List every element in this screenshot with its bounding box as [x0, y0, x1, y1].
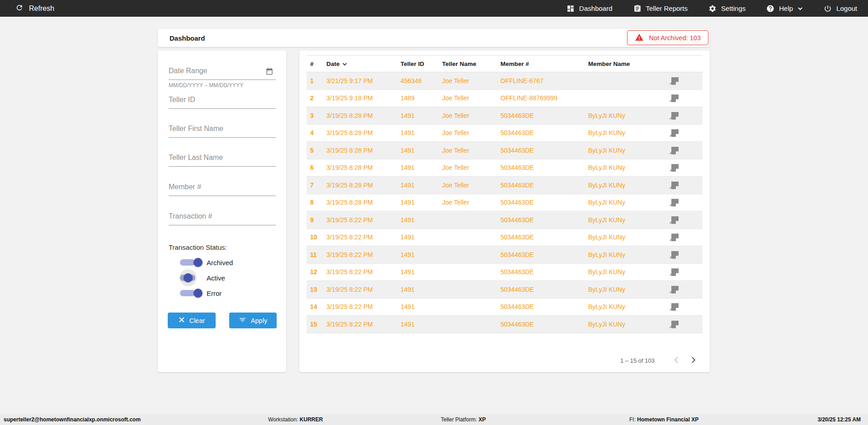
member-number-input[interactable] — [169, 183, 276, 196]
fi-info: FI: Hometown Financial XP — [629, 414, 698, 425]
row-date: 3/19/25 8:28 PM — [326, 182, 401, 189]
table-row[interactable]: 11 3/19/25 8:22 PM 1491 5034463DE ByLyJI… — [307, 246, 703, 264]
power-icon — [824, 5, 832, 13]
row-member-number: OFFLINE-88769999 — [500, 94, 588, 102]
toggle-track — [180, 290, 195, 296]
row-teller-name: Joe Teller — [442, 164, 500, 171]
row-date: 3/19/25 8:28 PM — [326, 164, 401, 171]
table-header-row: # Date Teller ID Teller Name Member # Me… — [307, 55, 703, 72]
platform-info: Teller Platform: XP — [441, 414, 486, 425]
status-toggle[interactable] — [180, 288, 203, 299]
row-member-name: ByLyJI KUNy — [588, 251, 669, 258]
table-row[interactable]: 9 3/19/25 8:22 PM 1491 5034463DE ByLyJI … — [307, 211, 703, 229]
row-number: 6 — [307, 164, 326, 171]
row-actions — [669, 216, 703, 224]
calendar-icon[interactable] — [265, 67, 274, 77]
row-actions — [669, 129, 703, 136]
next-page-button[interactable] — [691, 356, 696, 365]
table-row[interactable]: 1 3/21/25 9:17 PM 456346 Joe Teller OFFL… — [307, 72, 703, 90]
apply-button[interactable]: Apply — [229, 313, 277, 328]
table-row[interactable]: 6 3/19/25 8:28 PM 1491 Joe Teller 503446… — [307, 159, 703, 177]
row-member-number: 5034463DE — [500, 268, 588, 276]
row-actions — [669, 147, 703, 154]
toggle-archived-label: Archived — [207, 259, 233, 266]
page-title: Dashboard — [170, 34, 205, 42]
nav-help[interactable]: Help — [766, 5, 803, 13]
table-row[interactable]: 12 3/19/25 8:22 PM 1491 5034463DE ByLyJI… — [307, 264, 703, 281]
refresh-button[interactable]: Refresh — [15, 4, 54, 14]
nav-settings[interactable]: Settings — [708, 5, 745, 13]
fi-value: Hometown Financial XP — [637, 416, 698, 423]
col-date-label: Date — [326, 61, 340, 67]
teller-id-input[interactable] — [169, 96, 276, 109]
row-number: 7 — [307, 182, 326, 189]
table-row[interactable]: 8 3/19/25 8:28 PM 1491 Joe Teller 503446… — [307, 194, 703, 212]
top-navbar: Refresh Dashboard Teller Reports Setting… — [0, 0, 868, 17]
row-teller-id: 1491 — [401, 234, 442, 241]
table-row[interactable]: 7 3/19/25 8:28 PM 1491 Joe Teller 503446… — [307, 177, 703, 194]
status-toggle[interactable] — [180, 272, 203, 283]
row-member-name: ByLyJI KUNy — [588, 129, 669, 136]
col-teller-id[interactable]: Teller ID — [401, 61, 442, 67]
transactions-card: # Date Teller ID Teller Name Member # Me… — [299, 51, 710, 372]
row-member-number: 5034463DE — [500, 164, 588, 171]
table-row[interactable]: 3 3/19/25 8:28 PM 1491 Joe Teller 503446… — [307, 107, 703, 125]
toggle-archived-row: Archived — [180, 257, 233, 268]
row-member-name: ByLyJI KUNy — [588, 321, 669, 328]
filter-icon — [239, 316, 246, 325]
table-row[interactable]: 15 3/19/25 8:22 PM 1491 5034463DE ByLyJI… — [307, 316, 703, 333]
clear-button[interactable]: Clear — [168, 313, 216, 328]
col-teller-name[interactable]: Teller Name — [442, 61, 500, 67]
row-teller-id: 1491 — [401, 251, 442, 258]
clear-button-label: Clear — [189, 317, 205, 324]
row-date: 3/19/25 8:22 PM — [326, 234, 401, 241]
row-teller-id: 1491 — [401, 129, 442, 136]
previous-page-button[interactable] — [674, 356, 679, 365]
row-teller-name: Joe Teller — [442, 147, 500, 154]
refresh-icon — [15, 4, 24, 14]
workstation-value: KURRER — [300, 416, 323, 423]
platform-value: XP — [478, 416, 486, 423]
clear-x-icon — [179, 317, 185, 324]
date-range-input[interactable] — [169, 67, 276, 80]
row-date: 3/21/25 9:17 PM — [326, 77, 401, 84]
table-row[interactable]: 4 3/19/25 8:28 PM 1491 Joe Teller 503446… — [307, 125, 703, 142]
transaction-status-label: Transaction Status: — [169, 243, 227, 251]
platform-label: Teller Platform: — [441, 416, 477, 423]
row-actions — [669, 164, 703, 171]
table-row[interactable]: 5 3/19/25 8:28 PM 1491 Joe Teller 503446… — [307, 142, 703, 159]
status-toggle[interactable] — [180, 257, 203, 268]
pagination: 1 – 15 of 103 — [620, 356, 696, 365]
table-row[interactable]: 14 3/19/25 8:22 PM 1491 5034463DE ByLyJI… — [307, 299, 703, 316]
row-date: 3/19/25 8:28 PM — [326, 129, 401, 136]
row-member-number: 5034463DE — [500, 286, 588, 293]
row-teller-id: 1491 — [401, 147, 442, 154]
row-teller-name: Joe Teller — [442, 129, 500, 136]
row-actions — [669, 199, 703, 206]
teller-first-name-input[interactable] — [169, 125, 276, 138]
col-member-number[interactable]: Member # — [500, 61, 588, 67]
row-teller-id: 1491 — [401, 286, 442, 293]
row-date: 3/19/25 9:18 PM — [326, 94, 401, 102]
row-teller-id: 1491 — [401, 199, 442, 206]
nav-logout[interactable]: Logout — [824, 5, 857, 13]
nav-dashboard[interactable]: Dashboard — [566, 5, 612, 13]
row-number: 5 — [307, 147, 326, 154]
row-teller-id: 1491 — [401, 321, 442, 328]
row-date: 3/19/25 8:22 PM — [326, 286, 401, 293]
filter-panel: MM/DD/YYYY – MM/DD/YYYY Transaction Stat… — [158, 51, 286, 372]
teller-last-name-input[interactable] — [169, 154, 276, 167]
transaction-number-input[interactable] — [169, 212, 276, 225]
toggle-active-row: Active — [180, 272, 225, 284]
row-actions — [669, 303, 703, 310]
nav-teller-reports[interactable]: Teller Reports — [633, 5, 688, 13]
table-row[interactable]: 13 3/19/25 8:22 PM 1491 5034463DE ByLyJI… — [307, 281, 703, 299]
row-number: 11 — [307, 251, 326, 258]
table-row[interactable]: 2 3/19/25 9:18 PM 1489 Joe Teller OFFLIN… — [307, 90, 703, 107]
not-archived-badge[interactable]: Not Archived: 103 — [627, 30, 708, 45]
col-member-name[interactable]: Member Name — [588, 61, 669, 67]
row-actions — [669, 286, 703, 293]
row-member-number: 5034463DE — [500, 303, 588, 310]
col-date[interactable]: Date — [326, 61, 401, 67]
table-row[interactable]: 10 3/19/25 8:22 PM 1491 5034463DE ByLyJI… — [307, 229, 703, 247]
